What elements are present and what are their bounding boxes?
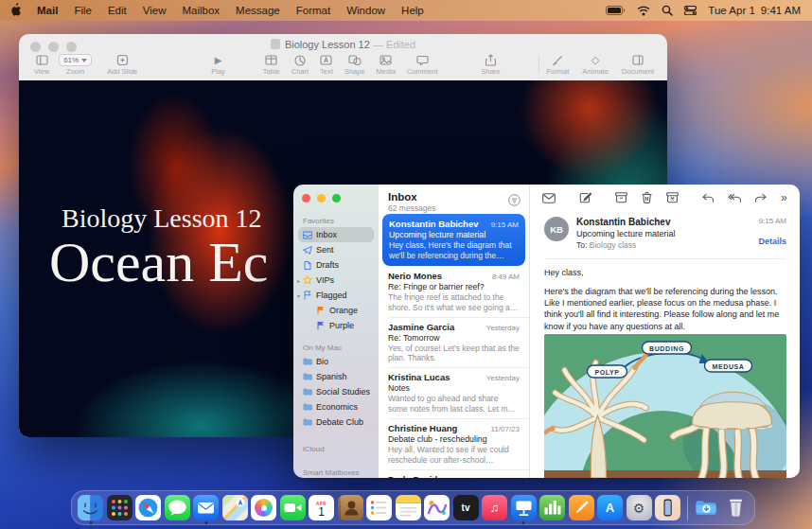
share-button[interactable]: Share	[482, 54, 501, 76]
dock-icon-downloads[interactable]	[694, 495, 719, 520]
minimize-button[interactable]	[317, 194, 326, 203]
filter-icon[interactable]	[508, 193, 521, 210]
dock-icon-calendar[interactable]: APR 1	[309, 495, 334, 520]
format-button[interactable]: Format	[547, 54, 570, 76]
menu-item-window[interactable]: Window	[346, 5, 385, 16]
message-row[interactable]: Konstantin Babichev9:15 AM Upcoming lect…	[382, 214, 525, 266]
dock-icon-system-settings[interactable]: ⚙	[627, 495, 652, 520]
dock-icon-app-store[interactable]: A	[597, 495, 623, 520]
comment-button[interactable]: Comment	[407, 54, 438, 76]
keynote-title-bar: Biology Lesson 12 — Edited	[19, 34, 667, 53]
spotlight-icon[interactable]	[662, 5, 673, 16]
chevron-down-icon[interactable]: ▾	[295, 292, 302, 299]
dock-icon-safari[interactable]	[135, 495, 161, 520]
reply-all-icon[interactable]	[728, 193, 741, 203]
junk-icon[interactable]	[666, 192, 679, 203]
play-button[interactable]: ▶ Play	[211, 54, 225, 76]
avatar: KB	[544, 217, 569, 241]
add-slide-button[interactable]: Add Slide	[107, 54, 137, 76]
dock-icon-numbers[interactable]	[539, 495, 565, 520]
battery-icon[interactable]	[606, 6, 626, 15]
menu-item-help[interactable]: Help	[401, 5, 424, 16]
dock-icon-freeform[interactable]	[424, 495, 450, 520]
menu-item-view[interactable]: View	[143, 5, 167, 16]
sidebar-item-economics[interactable]: Economics	[293, 399, 379, 414]
message-row[interactable]: Kristina LucasYesterday Notes Wanted to …	[379, 367, 529, 418]
menu-item-format[interactable]: Format	[296, 5, 330, 16]
view-button[interactable]: View	[34, 54, 49, 76]
menu-item-message[interactable]: Message	[236, 5, 280, 16]
sidebar-item-sent[interactable]: Sent	[293, 242, 379, 257]
message-row[interactable]: Jasmine GarciaYesterday Re: Tomorrow Yes…	[379, 317, 529, 368]
dock-icon-mail[interactable]	[193, 495, 219, 520]
mail-sidebar: Favorites Inbox Sent Drafts ▸ VIPs	[293, 185, 379, 478]
mail-toolbar: »	[530, 185, 800, 209]
more-actions-icon[interactable]: »	[781, 193, 787, 203]
menu-item-mailbox[interactable]: Mailbox	[182, 5, 220, 16]
trash-icon[interactable]	[642, 192, 652, 203]
message-row[interactable]: Darla Davidson11/05/23 Tomorrow's class …	[379, 469, 529, 478]
sidebar-item-flag-purple[interactable]: Purple	[293, 318, 379, 333]
dock-icon-apple-tv[interactable]: tv	[453, 495, 479, 520]
sidebar-view-icon	[36, 54, 48, 66]
close-button[interactable]	[302, 194, 310, 203]
dock-icon-notes[interactable]	[396, 495, 421, 520]
sidebar-item-vips[interactable]: ▸ VIPs	[293, 273, 379, 288]
chart-button[interactable]: Chart	[291, 54, 309, 76]
sidebar-item-drafts[interactable]: Drafts	[293, 257, 379, 273]
menu-item-edit[interactable]: Edit	[108, 5, 127, 16]
chevron-right-icon[interactable]: ▸	[295, 277, 302, 284]
table-button[interactable]: Table	[263, 54, 280, 76]
sidebar-item-bio[interactable]: Bio	[293, 354, 379, 369]
jellyfish-diagram-image[interactable]: POLYP BUDDING MEDUSA	[544, 334, 786, 478]
details-link[interactable]: Details	[758, 237, 786, 246]
dock-icon-launchpad[interactable]	[107, 495, 132, 520]
message-row[interactable]: Christine Huang11/07/23 Debate club - re…	[379, 418, 529, 469]
forward-icon[interactable]	[755, 193, 767, 203]
dock-icon-facetime[interactable]	[280, 495, 306, 520]
reply-icon[interactable]	[702, 193, 714, 203]
text-button[interactable]: Text	[320, 54, 333, 76]
sidebar-item-debate-club[interactable]: Debate Club	[293, 414, 379, 430]
dock-icon-contacts[interactable]	[338, 495, 363, 520]
zoom-button[interactable]	[332, 194, 341, 203]
wifi-icon[interactable]	[637, 6, 650, 16]
shape-button[interactable]: Shape	[344, 54, 365, 76]
mail-window[interactable]: Favorites Inbox Sent Drafts ▸ VIPs	[293, 185, 800, 478]
smart-mailboxes-header[interactable]: Smart Mailboxes	[293, 465, 379, 478]
message-row[interactable]: Nerio Mones8:49 AM Re: Fringe or barrier…	[379, 266, 529, 317]
archive-icon[interactable]	[615, 192, 627, 203]
body-paragraph: Here's the diagram that we'll be referen…	[544, 286, 786, 332]
sidebar-item-flagged[interactable]: ▾ Flagged	[293, 288, 379, 303]
menu-bar: Mail File Edit View Mailbox Message Form…	[0, 0, 812, 21]
icloud-header[interactable]: iCloud	[293, 441, 379, 455]
appstore-a-glyph: A	[606, 501, 614, 515]
compose-icon[interactable]	[579, 192, 591, 203]
media-button[interactable]: Media	[377, 54, 396, 76]
sidebar-item-flag-orange[interactable]: Orange	[293, 303, 379, 318]
orange-flag-icon	[316, 306, 326, 315]
dock-icon-maps[interactable]	[222, 495, 248, 520]
dock-icon-finder[interactable]	[78, 495, 103, 520]
sidebar-item-social-studies[interactable]: Social Studies	[293, 384, 379, 399]
animate-button[interactable]: ◇ Animate	[582, 54, 609, 76]
dock-icon-iphone-mirroring[interactable]	[655, 495, 680, 520]
menu-item-file[interactable]: File	[74, 5, 92, 16]
control-center-icon[interactable]	[684, 6, 697, 15]
dock-icon-keynote[interactable]	[511, 495, 537, 520]
apple-menu[interactable]	[11, 3, 23, 18]
get-mail-icon[interactable]	[542, 193, 556, 203]
sidebar-item-spanish[interactable]: Spanish	[293, 369, 379, 384]
dock-icon-music[interactable]: ♫	[482, 495, 507, 520]
menu-item-mail[interactable]: Mail	[37, 5, 58, 16]
medusa-label: MEDUSA	[713, 363, 745, 370]
dock-icon-photos[interactable]	[251, 495, 276, 520]
dock-icon-messages[interactable]	[165, 495, 190, 520]
dock-icon-pages[interactable]	[569, 495, 594, 520]
sidebar-item-inbox[interactable]: Inbox	[298, 227, 374, 242]
dock-icon-trash[interactable]	[723, 495, 749, 520]
document-button[interactable]: Document	[622, 54, 654, 76]
zoom-control[interactable]: 61% Zoom	[59, 54, 92, 76]
dock-icon-reminders[interactable]	[366, 495, 392, 520]
menu-clock[interactable]: Tue Apr 1 9:41 AM	[708, 5, 801, 16]
